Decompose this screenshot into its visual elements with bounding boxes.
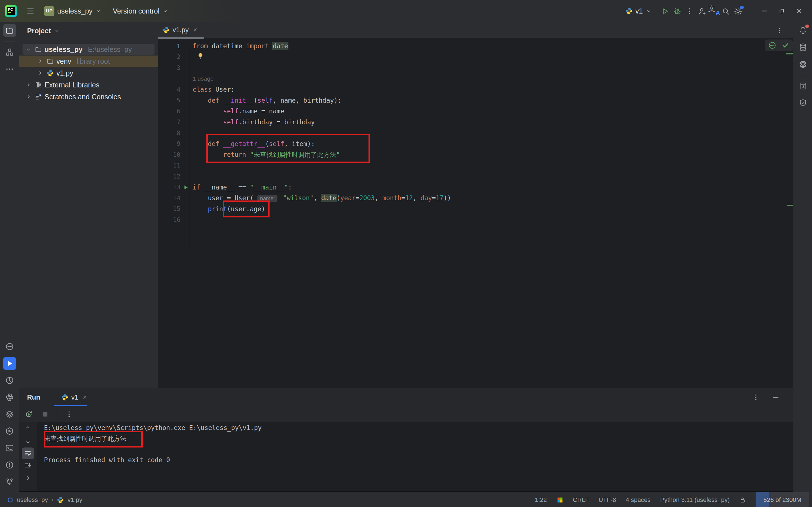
run-button[interactable]	[659, 5, 671, 17]
project-widget[interactable]: UP useless_py	[44, 6, 102, 16]
translate-button[interactable]: 文A	[708, 4, 719, 16]
settings-button[interactable]	[732, 5, 744, 17]
unlocked-icon[interactable]	[739, 497, 746, 503]
code-area[interactable]: 1from datetime import date231 usage4clas…	[158, 41, 793, 225]
debug-button[interactable]	[671, 5, 684, 17]
tab-close-icon[interactable]: ×	[193, 26, 197, 34]
run-panel-hide-button[interactable]	[769, 391, 782, 403]
rerun-button[interactable]	[22, 408, 35, 420]
console-kebab[interactable]	[63, 408, 75, 420]
python-console-button[interactable]	[3, 408, 16, 421]
chevron-right-icon[interactable]	[37, 70, 44, 76]
code-token: =	[355, 194, 359, 202]
security-button[interactable]	[797, 97, 809, 109]
code-line[interactable]: 4class User:	[158, 84, 793, 95]
code-line[interactable]: 12	[158, 171, 793, 182]
usage-hint[interactable]: 1 usage	[192, 75, 214, 82]
more-tools-button[interactable]	[3, 63, 16, 75]
code-token	[192, 140, 208, 148]
more-actions-kebab[interactable]	[684, 5, 696, 17]
code-token: date	[272, 42, 288, 50]
ext-lib-icon	[35, 81, 42, 89]
meet-tool-button[interactable]	[3, 340, 16, 353]
main-menu-button[interactable]	[24, 5, 37, 17]
tree-item-label: v1.py	[56, 69, 73, 77]
stop-button[interactable]	[39, 408, 51, 420]
notifications-button[interactable]	[797, 24, 809, 37]
problems-tool-button[interactable]	[3, 458, 16, 471]
editor-options-kebab[interactable]	[773, 24, 786, 37]
line-ending[interactable]: CRLF	[573, 496, 589, 504]
memory-indicator[interactable]: 526 of 2300M	[756, 492, 809, 507]
breadcrumb-project[interactable]: useless_py	[17, 496, 48, 504]
tree-item-label: useless_py	[45, 45, 82, 54]
database-button[interactable]	[797, 41, 809, 54]
module-icon	[7, 497, 13, 503]
code-line[interactable]: 13if __name__ == "__main__":	[158, 182, 793, 193]
run-panel-kebab[interactable]	[750, 391, 762, 403]
chevron-right-icon[interactable]	[25, 93, 32, 100]
soft-wrap-button[interactable]	[22, 448, 34, 459]
title-bar: PC UP useless_py Version control v1 文A	[0, 0, 812, 22]
restore-button[interactable]	[773, 3, 791, 19]
git-tool-button[interactable]	[3, 475, 16, 488]
code-with-me-button[interactable]	[696, 5, 708, 17]
terminal-tool-button[interactable]	[3, 442, 16, 455]
chevron-down-icon[interactable]	[54, 27, 60, 34]
minimize-button[interactable]	[756, 3, 773, 19]
console-output[interactable]: E:\useless_py\venv\Scripts\python.exe E:…	[44, 422, 793, 491]
tree-item-v1-py[interactable]: v1.py	[19, 67, 158, 79]
file-encoding[interactable]: UTF-8	[598, 496, 616, 504]
ai-assistant-button[interactable]	[797, 58, 809, 71]
caret-position[interactable]: 1:22	[535, 496, 547, 504]
vcs-widget[interactable]: Version control	[113, 7, 168, 15]
indent-setting[interactable]: 4 spaces	[626, 496, 650, 504]
search-everywhere-button[interactable]	[719, 5, 732, 17]
structure-tool-button[interactable]	[3, 46, 16, 59]
services-tool-button[interactable]	[3, 425, 16, 438]
expand-gutter-button[interactable]	[22, 472, 34, 484]
scroll-to-end-button[interactable]	[22, 460, 34, 472]
documentation-button[interactable]	[797, 79, 809, 93]
console-toolbar	[19, 422, 37, 491]
run-tab-close-icon[interactable]: ×	[83, 393, 87, 401]
run-tab-v1[interactable]: v1 ×	[58, 388, 90, 406]
code-token: def	[208, 97, 219, 104]
run-tool-button[interactable]	[3, 357, 16, 370]
chevron-down-icon	[162, 8, 168, 14]
chevron-right-icon[interactable]	[37, 58, 44, 65]
code-token: :	[288, 183, 292, 191]
chevron-right-icon[interactable]	[25, 81, 32, 88]
close-button[interactable]	[791, 3, 808, 19]
tree-item-external-libraries[interactable]: External Libraries	[19, 79, 158, 91]
tree-item-scratches[interactable]: Scratches and Consoles	[19, 91, 158, 103]
code-line[interactable]: 7 self.birthday = birthday	[158, 117, 793, 128]
pycharm-window: { "titlebar": { "project_badge": "UP", "…	[0, 0, 812, 507]
console-line: Process finished with exit code 0	[44, 455, 793, 465]
code-line[interactable]: 5 def __init__(self, name, birthday):	[158, 95, 793, 106]
tree-item-useless-py[interactable]: useless_pyE:\useless_py	[19, 44, 158, 55]
line-number: 16	[158, 216, 180, 223]
interpreter-widget[interactable]: Python 3.11 (useless_py)	[660, 496, 730, 504]
code-line[interactable]: 1from datetime import date	[158, 41, 793, 52]
code-line[interactable]: 6 self.name = name	[158, 106, 793, 117]
tab-v1-py[interactable]: v1.py ×	[158, 22, 201, 38]
usage-hint-row[interactable]: 1 usage	[158, 73, 793, 84]
code-line[interactable]: 2	[158, 52, 793, 63]
run-line-icon[interactable]	[182, 184, 189, 191]
code-token: ))	[444, 194, 451, 202]
next-occurrence-button[interactable]	[22, 435, 34, 447]
code-token	[279, 194, 283, 202]
coverage-tool-button[interactable]	[3, 374, 16, 387]
windows-colors-icon[interactable]	[557, 497, 563, 503]
python-packages-button[interactable]	[3, 391, 16, 404]
code-token: "wilson"	[283, 194, 313, 202]
code-line[interactable]: 3	[158, 62, 793, 73]
tree-item-venv[interactable]: venvlibrary root	[19, 55, 158, 67]
project-tool-button[interactable]	[3, 24, 16, 37]
run-config-widget[interactable]: v1	[625, 7, 652, 15]
breadcrumb-file[interactable]: v1.py	[67, 496, 82, 504]
prev-occurrence-button[interactable]	[22, 423, 34, 435]
lightbulb-icon[interactable]	[196, 52, 205, 60]
chevron-down-icon[interactable]	[25, 46, 32, 52]
